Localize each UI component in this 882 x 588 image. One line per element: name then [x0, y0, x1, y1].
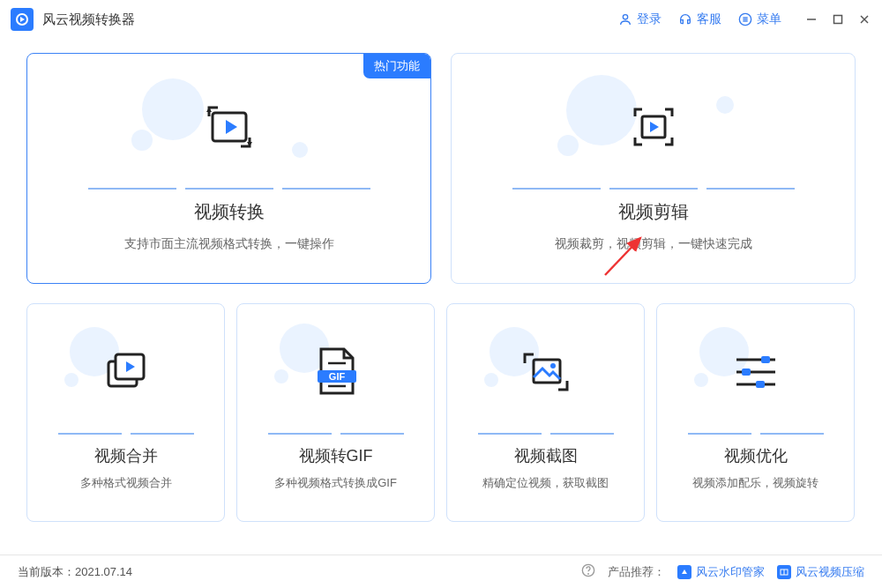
minimize-button[interactable]	[804, 12, 818, 26]
menu-button[interactable]: 菜单	[737, 11, 781, 27]
headset-icon	[677, 11, 693, 27]
svg-rect-22	[742, 368, 751, 376]
user-icon	[617, 11, 633, 27]
svg-rect-6	[834, 16, 842, 24]
card-video-edit[interactable]: 视频剪辑 视频裁剪，视频剪辑，一键快速完成	[451, 53, 856, 284]
card-title: 视频合并	[94, 445, 158, 466]
svg-point-0	[623, 15, 627, 19]
service-label: 客服	[697, 11, 721, 27]
card-desc: 精确定位视频，获取截图	[482, 475, 609, 491]
version-label: 当前版本：	[18, 564, 75, 580]
main-content: 热门功能 视频转换 支持市面主流视频格式转换，一键操作	[0, 39, 882, 531]
card-video-convert[interactable]: 热门功能 视频转换 支持市面主流视频格式转换，一键操作	[26, 53, 431, 284]
screenshot-icon	[447, 324, 644, 421]
compress-app-icon	[777, 565, 791, 579]
card-title: 视频转换	[194, 200, 265, 224]
card-title: 视频转GIF	[299, 445, 373, 466]
edit-icon	[452, 78, 855, 175]
convert-icon	[27, 78, 430, 175]
watermark-app-icon	[677, 565, 691, 579]
svg-point-18	[550, 363, 556, 368]
titlebar: 风云视频转换器 登录 客服 菜单	[0, 0, 882, 39]
card-title: 视频剪辑	[618, 200, 689, 224]
maximize-button[interactable]	[831, 12, 845, 26]
card-desc: 视频裁剪，视频剪辑，一键快速完成	[555, 236, 752, 252]
card-video-optimize[interactable]: 视频优化 视频添加配乐，视频旋转	[656, 303, 855, 522]
card-desc: 视频添加配乐，视频旋转	[692, 475, 818, 491]
merge-icon	[27, 324, 224, 421]
product-label: 风云水印管家	[696, 564, 765, 580]
svg-point-27	[588, 574, 589, 575]
svg-text:GIF: GIF	[328, 371, 345, 382]
card-title: 视频优化	[724, 445, 788, 466]
card-video-screenshot[interactable]: 视频截图 精确定位视频，获取截图	[446, 303, 645, 522]
optimize-icon	[657, 324, 854, 421]
menu-icon	[737, 11, 753, 27]
menu-label: 菜单	[757, 11, 781, 27]
card-desc: 多种格式视频合并	[80, 475, 172, 491]
card-desc: 支持市面主流视频格式转换，一键操作	[124, 236, 334, 252]
card-video-to-gif[interactable]: GIF 视频转GIF 多种视频格式转换成GIF	[236, 303, 435, 522]
svg-rect-24	[756, 381, 765, 388]
product-compress-link[interactable]: 风云视频压缩	[777, 564, 864, 580]
login-button[interactable]: 登录	[617, 11, 662, 27]
card-title: 视频截图	[514, 445, 578, 466]
service-button[interactable]: 客服	[677, 11, 721, 27]
card-desc: 多种视频格式转换成GIF	[274, 475, 397, 491]
version-value: 2021.07.14	[75, 565, 132, 578]
footer: 当前版本： 2021.07.14 产品推荐： 风云水印管家 风云视频压缩	[0, 555, 882, 588]
login-label: 登录	[637, 11, 662, 27]
hot-badge: 热门功能	[363, 54, 430, 78]
app-title: 风云视频转换器	[42, 11, 135, 28]
product-watermark-link[interactable]: 风云水印管家	[677, 564, 765, 580]
product-label: 风云视频压缩	[796, 564, 864, 580]
close-button[interactable]	[857, 12, 871, 26]
card-video-merge[interactable]: 视频合并 多种格式视频合并	[26, 303, 225, 522]
svg-rect-20	[761, 356, 770, 363]
recommend-label: 产品推荐：	[608, 564, 665, 580]
help-icon[interactable]	[581, 563, 595, 580]
gif-icon: GIF	[237, 324, 434, 421]
header-actions: 登录 客服 菜单	[617, 11, 871, 27]
app-logo-icon	[11, 8, 34, 31]
